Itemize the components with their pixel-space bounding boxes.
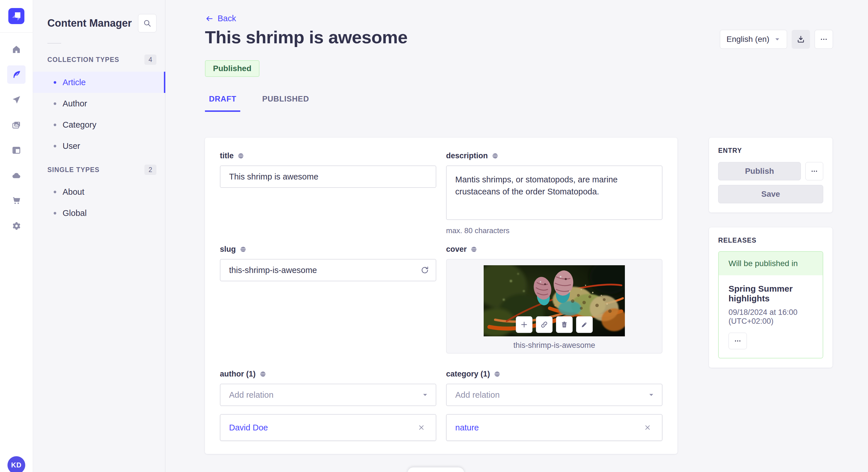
- release-more-button[interactable]: [728, 333, 747, 349]
- slug-input[interactable]: [220, 259, 436, 281]
- strapi-logo[interactable]: [8, 8, 24, 24]
- author-relation-link[interactable]: David Doe: [229, 423, 268, 432]
- globe-icon: [470, 246, 477, 253]
- cover-asset-box: this-shrimp-is-awesome: [446, 259, 662, 353]
- entry-more-button[interactable]: [805, 162, 823, 180]
- more-dots-icon: [820, 35, 828, 43]
- header-actions: English (en): [720, 30, 833, 49]
- publish-button[interactable]: Publish: [718, 162, 801, 180]
- pencil-icon: [580, 321, 588, 329]
- sidebar-item-author[interactable]: Author: [33, 93, 165, 114]
- description-textarea[interactable]: Mantis shrimps, or stomatopods, are mari…: [446, 165, 662, 220]
- collection-types-list: Article Author Category User: [33, 72, 165, 157]
- remove-category-icon[interactable]: [642, 422, 653, 433]
- single-types-header: SINGLE TYPES 2: [48, 164, 156, 175]
- remove-author-icon[interactable]: [415, 422, 427, 433]
- marketplace-cart-icon[interactable]: [7, 192, 26, 210]
- avatar[interactable]: KD: [7, 456, 25, 472]
- bullet-icon: [54, 102, 56, 105]
- language-select[interactable]: English (en): [720, 30, 787, 49]
- trash-icon: [560, 321, 568, 329]
- cover-toolbar: [516, 316, 593, 333]
- download-icon: [797, 35, 805, 43]
- title-input[interactable]: [220, 165, 436, 188]
- author-field-label: author (1): [220, 370, 256, 378]
- releases-panel-title: RELEASES: [718, 237, 823, 244]
- copy-link-button[interactable]: [536, 316, 553, 333]
- section-label: SINGLE TYPES: [48, 166, 100, 174]
- section-count-badge: 2: [144, 165, 156, 175]
- collapsed-panel-handle[interactable]: [408, 467, 464, 472]
- sidebar-item-label: Author: [63, 99, 87, 108]
- globe-icon: [493, 370, 501, 378]
- title-field-label: title: [220, 151, 234, 160]
- sidebar-item-label: Category: [63, 120, 96, 130]
- description-field: description Mantis shrimps, or stomatopo…: [446, 151, 662, 235]
- sidebar-item-about[interactable]: About: [33, 181, 165, 202]
- cloud-icon[interactable]: [7, 166, 26, 185]
- link-icon: [540, 321, 548, 329]
- edit-asset-button[interactable]: [576, 316, 593, 333]
- cover-field-label: cover: [446, 245, 467, 254]
- author-relation-placeholder: Add relation: [229, 390, 274, 400]
- category-relation-link[interactable]: nature: [455, 423, 479, 432]
- globe-icon: [237, 152, 244, 160]
- sidebar-divider: [48, 43, 61, 43]
- content-type-builder-icon[interactable]: [7, 141, 26, 160]
- add-asset-button[interactable]: [516, 316, 532, 333]
- globe-icon: [259, 370, 267, 378]
- media-library-icon[interactable]: [7, 116, 26, 134]
- sidebar-item-article[interactable]: Article: [33, 72, 165, 93]
- back-link[interactable]: Back: [205, 14, 236, 23]
- delete-asset-button[interactable]: [556, 316, 572, 333]
- bullet-icon: [54, 212, 56, 214]
- settings-gear-icon[interactable]: [7, 217, 26, 235]
- more-dots-icon: [734, 337, 741, 345]
- status-badge: Published: [205, 60, 259, 77]
- single-types-list: About Global: [33, 181, 165, 224]
- sidebar: Content Manager COLLECTION TYPES 4 Artic…: [33, 0, 165, 472]
- collection-types-header: COLLECTION TYPES 4: [48, 54, 156, 65]
- export-button[interactable]: [792, 30, 810, 49]
- globe-icon: [491, 152, 499, 160]
- regenerate-slug-icon[interactable]: [420, 266, 429, 275]
- category-field-label: category (1): [446, 370, 490, 378]
- send-icon[interactable]: [7, 91, 26, 109]
- tab-published[interactable]: PUBLISHED: [258, 95, 313, 112]
- more-options-button[interactable]: [815, 30, 833, 49]
- back-arrow-icon: [205, 14, 214, 23]
- tab-draft[interactable]: DRAFT: [205, 95, 240, 112]
- author-relation-combobox[interactable]: Add relation: [220, 384, 436, 406]
- cover-caption: this-shrimp-is-awesome: [446, 341, 662, 350]
- entry-panel-title: ENTRY: [718, 147, 823, 155]
- plus-icon: [520, 321, 528, 329]
- sidebar-item-user[interactable]: User: [33, 135, 165, 157]
- bullet-icon: [54, 145, 56, 147]
- edit-form-card: title description Mantis shrimps,: [205, 138, 677, 454]
- description-helper: max. 80 characters: [446, 226, 662, 235]
- page-title: This shrimp is awesome: [205, 27, 408, 47]
- section-label: COLLECTION TYPES: [48, 56, 119, 64]
- strapi-admin: KD Content Manager COLLECTION TYPES 4 Ar…: [0, 0, 868, 472]
- save-button[interactable]: Save: [718, 185, 823, 203]
- chevron-down-icon: [422, 392, 428, 398]
- releases-panel: RELEASES Will be published in Spring Sum…: [709, 227, 832, 368]
- nav-rail: KD: [0, 0, 33, 472]
- cover-field: cover: [446, 245, 662, 353]
- release-date: 09/18/2024 at 16:00 (UTC+02:00): [728, 308, 813, 326]
- category-field: category (1) Add relation nature: [446, 370, 662, 441]
- language-value: English (en): [726, 35, 769, 44]
- sidebar-title: Content Manager: [48, 17, 132, 29]
- home-icon[interactable]: [7, 40, 26, 59]
- search-button[interactable]: [138, 14, 156, 32]
- bullet-icon: [54, 124, 56, 126]
- rail-nav: [7, 40, 26, 235]
- category-relation-combobox[interactable]: Add relation: [446, 384, 662, 406]
- sidebar-item-category[interactable]: Category: [33, 114, 165, 135]
- content-manager-icon[interactable]: [7, 65, 26, 84]
- version-tabs: DRAFT PUBLISHED: [205, 95, 313, 112]
- back-label: Back: [218, 14, 236, 23]
- sidebar-item-global[interactable]: Global: [33, 202, 165, 224]
- slug-field: slug: [220, 245, 436, 353]
- release-status: Will be published in: [719, 252, 823, 275]
